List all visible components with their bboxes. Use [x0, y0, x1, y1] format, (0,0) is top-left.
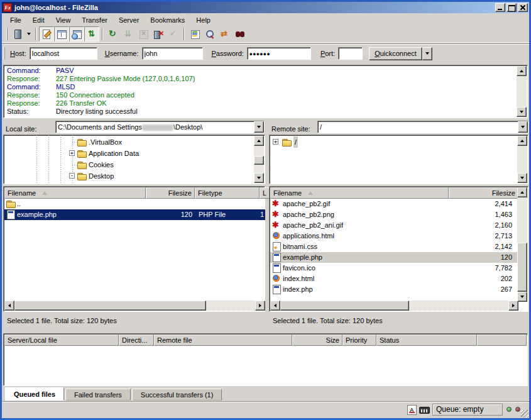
remote-tree-scrollbar[interactable]: [517, 136, 527, 183]
remote-site-combo[interactable]: /: [317, 121, 528, 133]
tree-item-application-data[interactable]: +Application Data: [4, 148, 255, 159]
port-input[interactable]: [338, 47, 363, 60]
remote-site-dropdown-button[interactable]: [518, 121, 528, 133]
tree-item-cookies[interactable]: Cookies: [4, 159, 255, 170]
column-header-label: Filesize: [492, 188, 515, 198]
local-file-list[interactable]: FilenameFilesizeFiletypeL ..example.php1…: [3, 186, 265, 312]
reconnect-button[interactable]: [166, 26, 181, 41]
scrollbar-thumb[interactable]: [14, 301, 206, 311]
menu-file[interactable]: File: [4, 15, 27, 25]
log-scrollbar[interactable]: [517, 66, 527, 117]
file-row-apache-pb2-gif[interactable]: apache_pb2.gif2,414: [270, 199, 518, 209]
queue-column-label: Priority: [346, 335, 367, 345]
title-bar[interactable]: Fz john@localhost - FileZilla: [2, 2, 529, 13]
toggle-remote-tree-button[interactable]: [69, 26, 84, 41]
remote-hscrollbar[interactable]: [270, 301, 518, 311]
scrollbar-thumb[interactable]: [254, 156, 264, 165]
remote-file-list[interactable]: FilenameFilesize apache_pb2.gif2,414apac…: [269, 186, 528, 312]
refresh-button[interactable]: [106, 26, 121, 41]
menu-bookmarks[interactable]: Bookmarks: [145, 15, 190, 25]
queue-column-label: Size: [326, 335, 339, 345]
queue-column-directi-[interactable]: Directi...: [119, 334, 154, 346]
queue-column-label: Server/Local file: [8, 335, 57, 345]
queue-column-remote-file[interactable]: Remote file: [154, 334, 292, 346]
minimize-button[interactable]: [495, 3, 505, 12]
synchronized-browsing-button[interactable]: [217, 26, 233, 41]
scrollbar-thumb[interactable]: [517, 243, 527, 292]
remote-vscrollbar[interactable]: [517, 187, 527, 302]
tree-item-root[interactable]: +/: [270, 136, 518, 148]
local-tree-scrollbar[interactable]: [254, 136, 264, 183]
folder-icon: [77, 148, 87, 158]
maximize-button[interactable]: [506, 3, 517, 12]
file-row-bitnami-css[interactable]: bitnami.css2,142: [270, 241, 518, 252]
menu-server[interactable]: Server: [113, 15, 145, 25]
transfer-queue[interactable]: Server/Local fileDirecti...Remote fileSi…: [3, 333, 528, 386]
process-queue-button[interactable]: [121, 26, 136, 41]
menu-transfer[interactable]: Transfer: [76, 15, 113, 25]
column-header-filename[interactable]: Filename: [4, 187, 146, 199]
file-name: example.php: [17, 209, 57, 220]
local-selection-status: Selected 1 file. Total size: 120 bytes: [3, 314, 265, 328]
file-row-example-php[interactable]: example.php120: [270, 252, 518, 263]
column-header-filesize[interactable]: Filesize: [449, 187, 518, 199]
local-site-combo[interactable]: C:\Documents and Settings\Desktop\: [55, 121, 265, 133]
file-row--[interactable]: ..: [4, 199, 265, 209]
toggle-message-log-button[interactable]: [39, 26, 54, 41]
log-line-label: Command:: [7, 67, 56, 75]
file-row-applications-html[interactable]: applications.html2,713: [270, 231, 518, 241]
column-header-filename[interactable]: Filename: [270, 187, 449, 199]
password-input[interactable]: [247, 47, 311, 60]
username-input[interactable]: [142, 47, 203, 60]
queue-column-status[interactable]: Status: [376, 334, 477, 346]
file-row-favicon-ico[interactable]: favicon.ico7,782: [270, 263, 518, 274]
close-button[interactable]: [518, 3, 528, 12]
message-log[interactable]: Command:PASVResponse:227 Entering Passiv…: [3, 65, 528, 118]
compare-icon: [205, 29, 215, 39]
file-row-apache-pb2-png[interactable]: apache_pb2.png1,463: [270, 209, 518, 220]
expand-icon[interactable]: +: [69, 150, 75, 156]
local-hscrollbar[interactable]: [4, 301, 265, 311]
scroll-down-icon: [520, 296, 524, 298]
column-header-filesize[interactable]: Filesize: [146, 187, 195, 199]
collapse-icon[interactable]: -: [69, 173, 75, 179]
site-manager-dropdown-button[interactable]: [25, 27, 33, 41]
quickconnect-button[interactable]: Quickconnect: [369, 47, 422, 60]
quickconnect-dropdown-button[interactable]: [422, 47, 432, 60]
toolbar-separator: [35, 28, 36, 40]
column-header-label: L: [263, 188, 266, 198]
queue-column-priority[interactable]: Priority: [342, 334, 376, 346]
queue-column-server-local-file[interactable]: Server/Local file: [4, 334, 119, 346]
scrollbar-thumb[interactable]: [280, 301, 409, 311]
remote-directory-tree[interactable]: +/: [269, 135, 528, 184]
tab-successful-transfers-1-[interactable]: Successful transfers (1): [132, 389, 222, 401]
tab-queued-files[interactable]: Queued files: [5, 387, 64, 401]
data-type-indicator-icon: [407, 405, 417, 415]
filter-button[interactable]: [187, 26, 202, 41]
file-row-index-php[interactable]: index.php267: [270, 284, 518, 295]
column-header-filetype[interactable]: Filetype: [195, 187, 260, 199]
disconnect-button[interactable]: [151, 26, 166, 41]
tree-item-desktop[interactable]: -Desktop: [4, 170, 255, 182]
menu-edit[interactable]: Edit: [27, 15, 50, 25]
queue-column-size[interactable]: Size: [292, 334, 342, 346]
directory-comparison-button[interactable]: [202, 26, 217, 41]
menu-help[interactable]: Help: [190, 15, 216, 25]
host-input[interactable]: [30, 47, 97, 60]
site-manager-button[interactable]: [9, 26, 25, 41]
local-directory-tree[interactable]: .VirtualBox+Application DataCookies-Desk…: [3, 135, 265, 184]
file-row-apache-pb2-ani-gif[interactable]: apache_pb2_ani.gif2,160: [270, 220, 518, 231]
expand-icon[interactable]: +: [273, 139, 278, 145]
toggle-transfer-queue-button[interactable]: [84, 26, 99, 41]
local-site-dropdown-button[interactable]: [254, 121, 264, 133]
cancel-button[interactable]: [136, 26, 151, 41]
toggle-local-tree-button[interactable]: [54, 26, 69, 41]
resize-grip[interactable]: [521, 410, 528, 417]
find-files-button[interactable]: [233, 26, 248, 41]
file-row-index-html[interactable]: index.html202: [270, 274, 518, 284]
file-row-example-php[interactable]: example.php120PHP File1: [4, 209, 265, 220]
tab-failed-transfers[interactable]: Failed transfers: [65, 389, 131, 401]
tree-item--virtualbox[interactable]: .VirtualBox: [4, 136, 255, 148]
menu-view[interactable]: View: [50, 15, 77, 25]
remote-site-path: /: [318, 121, 518, 133]
